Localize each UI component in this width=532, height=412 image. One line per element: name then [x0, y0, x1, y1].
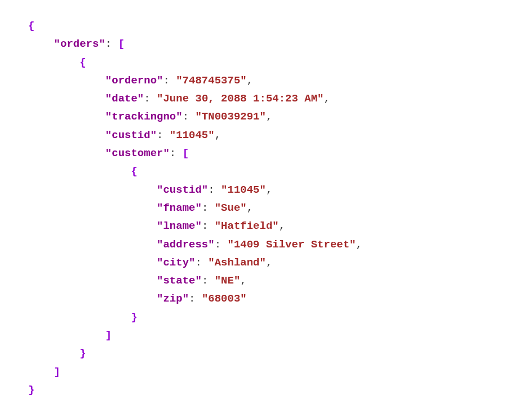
json-string: "11045" [221, 184, 266, 196]
json-string: "68003" [202, 293, 247, 305]
json-string: "748745375" [176, 74, 246, 87]
json-key: "address" [157, 238, 215, 251]
json-key: "date" [105, 92, 144, 105]
code-line: "custid": "11045", [28, 126, 504, 144]
code-line: "customer": [ [28, 144, 504, 162]
json-string: "11045" [170, 129, 215, 141]
code-line: ] [28, 363, 504, 381]
code-line: "orderno": "748745375", [28, 72, 504, 90]
code-line: "date": "June 30, 2088 1:54:23 AM", [28, 90, 504, 108]
code-line: { [28, 17, 504, 35]
code-line: { [28, 162, 504, 180]
code-line: { [28, 54, 504, 72]
code-line: "orders": [ [28, 35, 504, 53]
json-key: "custid" [105, 129, 157, 141]
json-string: "Hatfield" [215, 220, 279, 232]
json-string: "Ashland" [208, 256, 266, 269]
json-key: "trackingno" [105, 110, 183, 123]
code-line: } [28, 381, 504, 399]
code-line: } [28, 344, 504, 362]
json-key: "fname" [157, 202, 202, 214]
code-line: "state": "NE", [28, 272, 504, 290]
code-line: } [28, 308, 504, 326]
json-string: "June 30, 2088 1:54:23 AM" [157, 92, 323, 105]
code-line: "trackingno": "TN0039291", [28, 108, 504, 126]
json-string: "Sue" [215, 202, 247, 214]
code-line: ] [28, 326, 504, 344]
json-key: "zip" [157, 293, 189, 305]
json-key: "orderno" [105, 74, 163, 87]
json-key: "lname" [157, 220, 202, 232]
json-key: "custid" [157, 184, 208, 196]
json-key: "customer" [105, 147, 170, 160]
code-line: "lname": "Hatfield", [28, 217, 504, 235]
json-key: "orders" [54, 38, 105, 50]
code-line: "address": "1409 Silver Street", [28, 236, 504, 254]
code-line: "zip": "68003" [28, 290, 504, 308]
json-string: "1409 Silver Street" [227, 238, 356, 251]
code-line: "fname": "Sue", [28, 199, 504, 217]
code-block: { "orders": [ { "orderno": "748745375", … [28, 17, 504, 399]
json-string: "TN0039291" [195, 110, 265, 123]
json-key: "city" [157, 256, 195, 269]
code-line: "custid": "11045", [28, 181, 504, 199]
code-line: "city": "Ashland", [28, 254, 504, 272]
json-string: "NE" [215, 274, 241, 287]
json-key: "state" [157, 274, 202, 287]
